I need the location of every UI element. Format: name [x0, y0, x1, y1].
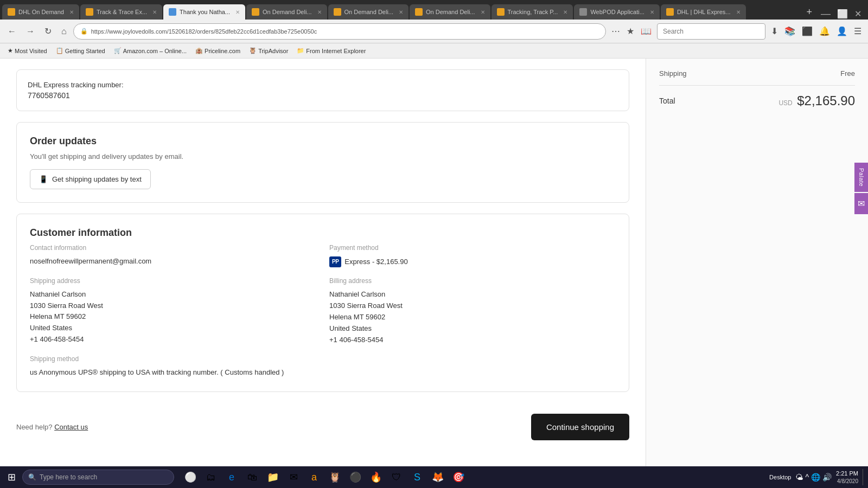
collections-icon[interactable]: 📚 [782, 24, 797, 38]
taskbar-files[interactable]: 📁 [263, 467, 283, 487]
tab-groups-icon[interactable]: ⬛ [800, 24, 815, 38]
billing-address-section: Billing address Nathaniel Carlson 1030 S… [329, 277, 616, 345]
payment-amount: Express - $2,165.90 [344, 256, 407, 268]
start-button[interactable]: ⊞ [3, 469, 20, 485]
notifications-icon[interactable]: 🔔 [817, 24, 832, 38]
browser-tab-9[interactable]: DHL | DHL Expres...✕ [661, 4, 746, 20]
taskbar-task-view[interactable]: 🗂 [201, 467, 221, 487]
billing-address-line1: 1030 Sierra Road West [329, 300, 616, 312]
weather-icon: 🌤 [795, 473, 803, 481]
volume-icon[interactable]: 🔊 [822, 473, 832, 481]
payment-label: Payment method [329, 244, 616, 252]
taskbar-tripadvisor[interactable]: 🦉 [325, 467, 344, 487]
contact-email: noselfnofreewillpermanent@gmail.com [30, 256, 316, 267]
browser-chrome: DHL On Demand✕Track & Trace Ex...✕Thank … [0, 0, 868, 59]
taskbar-app10[interactable]: 🛡 [387, 467, 406, 487]
need-help-text: Need help? Contact us [16, 423, 88, 431]
text-updates-button[interactable]: 📱 Get shipping updates by text [30, 169, 151, 189]
bookmark-amazon.com-–-online...[interactable]: 🛒Amazon.com – Online... [111, 46, 190, 55]
taskbar-desktop-label: Desktop [769, 474, 791, 480]
contact-us-link[interactable]: Contact us [54, 423, 88, 431]
taskbar-edge[interactable]: e [222, 467, 241, 487]
tracking-label: DHL Express tracking number: [28, 81, 618, 89]
taskbar-app12[interactable]: 🎯 [449, 467, 468, 487]
new-tab-button[interactable]: + [802, 4, 816, 20]
forward-button[interactable]: → [23, 24, 38, 38]
browser-tab-8[interactable]: WebPOD Applicati...✕ [574, 4, 659, 20]
show-desktop-button[interactable] [863, 469, 865, 485]
total-label: Total [659, 97, 675, 105]
payment-section: Payment method PP Express - $2,165.90 [329, 244, 616, 267]
palette-tab[interactable]: Palate [854, 163, 868, 192]
bookmark-priceline.com[interactable]: 🏨Priceline.com [192, 46, 244, 55]
taskbar-search-placeholder: Type here to search [40, 473, 97, 481]
main-area: DHL Express tracking number: 7760587601 … [0, 59, 646, 466]
total-currency: USD [778, 99, 792, 107]
taskbar-clock: 2:21 PM 4/8/2020 [836, 470, 858, 484]
order-updates-title: Order updates [30, 136, 616, 147]
window-controls: — ⬜ ✕ [816, 8, 866, 20]
reader-icon[interactable]: 📖 [639, 24, 654, 38]
taskbar-mail[interactable]: ✉ [284, 467, 303, 487]
contact-section: Contact information noselfnofreewillperm… [30, 244, 316, 267]
total-row: Total USD $2,165.90 [659, 85, 855, 108]
contact-label: Contact information [30, 244, 316, 252]
bookmark-most-visited[interactable]: ★Most Visited [4, 46, 50, 55]
taskbar-app8[interactable]: ⚫ [346, 467, 365, 487]
profile-icon[interactable]: 👤 [834, 24, 850, 38]
extensions-icon[interactable]: ⋯ [609, 24, 622, 38]
taskbar-skype[interactable]: S [407, 467, 427, 487]
billing-address-name: Nathaniel Carlson [329, 289, 616, 300]
search-icon: 🔍 [28, 473, 36, 481]
bookmarks-bar: ★Most Visited📋Getting Started🛒Amazon.com… [0, 43, 868, 59]
shipping-row: Shipping Free [659, 69, 855, 78]
nav-icons: ⋯ ★ 📖 [609, 24, 654, 38]
download-icon[interactable]: ⬇ [769, 24, 780, 38]
footer-actions: Need help? Contact us Continue shopping [16, 403, 629, 451]
address-bar[interactable]: 🔒 https://www.joylovedolls.com/15206182/… [73, 23, 606, 40]
total-value: USD $2,165.90 [778, 93, 855, 108]
browser-tab-5[interactable]: On Demand Deli...✕ [328, 4, 409, 20]
home-button[interactable]: ⌂ [58, 24, 70, 38]
billing-address-country: United States [329, 323, 616, 335]
shipping-method-label: Shipping method [30, 355, 316, 363]
palette-sidebar: Palate ✉ [854, 163, 868, 214]
search-input[interactable] [657, 23, 765, 40]
bookmark-from-internet-explorer[interactable]: 📁From Internet Explorer [293, 46, 369, 55]
close-btn[interactable]: ✕ [854, 9, 861, 19]
tab-bar: DHL On Demand✕Track & Trace Ex...✕Thank … [0, 0, 868, 20]
taskbar-date-value: 4/8/2020 [836, 478, 858, 485]
maximize-btn[interactable]: ⬜ [837, 9, 848, 19]
browser-tab-4[interactable]: On Demand Deli...✕ [246, 4, 327, 20]
bookmark-tripadvisor[interactable]: 🦉TripAdvisor [246, 46, 291, 55]
taskbar-amazon[interactable]: a [304, 467, 324, 487]
browser-tab-3[interactable]: Thank you Natha...✕ [163, 4, 245, 20]
continue-shopping-button[interactable]: Continue shopping [531, 414, 629, 440]
taskbar-store[interactable]: 🛍 [242, 467, 262, 487]
browser-tab-1[interactable]: DHL On Demand✕ [2, 4, 79, 20]
taskbar-right: Desktop 🌤 ^ 🌐 🔊 2:21 PM 4/8/2020 [769, 469, 865, 485]
taskbar-search[interactable]: 🔍 Type here to search [22, 470, 174, 485]
menu-icon[interactable]: ☰ [852, 24, 864, 38]
taskbar-firefox[interactable]: 🦊 [428, 467, 448, 487]
shipping-address-city: Helena MT 59602 [30, 311, 316, 323]
chevron-icon[interactable]: ^ [805, 473, 809, 481]
tracking-number: 7760587601 [28, 91, 618, 100]
back-button[interactable]: ← [4, 24, 20, 38]
browser-tab-2[interactable]: Track & Trace Ex...✕ [80, 4, 162, 20]
taskbar-time-value: 2:21 PM [836, 470, 858, 477]
palette-email-button[interactable]: ✉ [854, 193, 868, 214]
right-column: Payment method PP Express - $2,165.90 Bi… [329, 244, 616, 378]
bookmark-star-icon[interactable]: ★ [624, 24, 636, 38]
minimize-btn[interactable]: — [821, 8, 831, 20]
refresh-button[interactable]: ↻ [41, 24, 55, 38]
taskbar-system-icons: 🌤 ^ 🌐 🔊 [795, 473, 832, 481]
network-icon[interactable]: 🌐 [811, 473, 820, 481]
browser-tab-7[interactable]: Tracking, Track P...✕ [492, 4, 573, 20]
taskbar: ⊞ 🔍 Type here to search ⚪ 🗂 e 🛍 📁 ✉ a 🦉 … [0, 466, 868, 488]
bookmark-getting-started[interactable]: 📋Getting Started [53, 46, 108, 55]
browser-tab-6[interactable]: On Demand Deli...✕ [410, 4, 490, 20]
paypal-icon: PP [329, 256, 341, 267]
taskbar-cortana[interactable]: ⚪ [181, 467, 200, 487]
taskbar-app9[interactable]: 🔥 [366, 467, 386, 487]
